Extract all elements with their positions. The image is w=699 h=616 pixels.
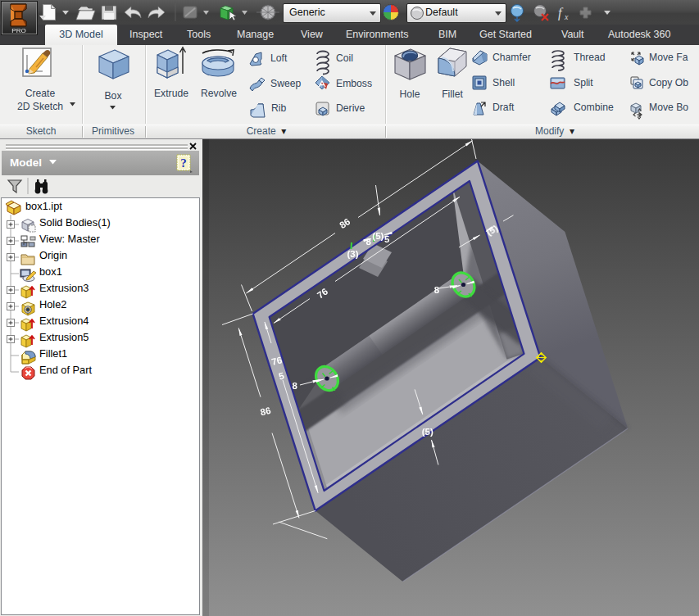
svg-text:PRO: PRO xyxy=(11,27,25,34)
svg-text:x: x xyxy=(564,12,569,21)
svg-text:8: 8 xyxy=(365,237,371,247)
svg-text:(5): (5) xyxy=(372,231,384,241)
svg-text:f: f xyxy=(558,6,564,20)
svg-text:8: 8 xyxy=(434,285,440,295)
svg-text:5: 5 xyxy=(384,234,390,244)
svg-text:?: ? xyxy=(180,156,187,170)
svg-text:8: 8 xyxy=(292,381,297,391)
svg-text:(3): (3) xyxy=(347,249,358,259)
svg-text:(5): (5) xyxy=(422,427,433,437)
